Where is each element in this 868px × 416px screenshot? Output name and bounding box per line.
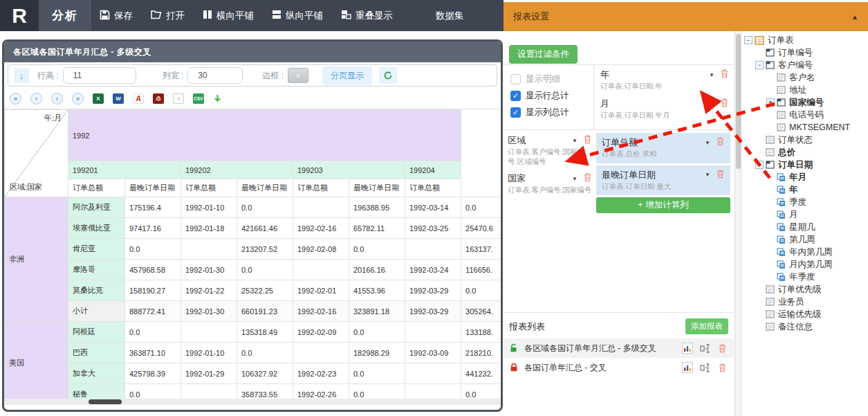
dataset-button[interactable]: 数据集 xyxy=(436,0,464,31)
rename-report-icon[interactable] xyxy=(700,343,711,354)
tree-item[interactable]: −客户编号 xyxy=(755,59,867,71)
report-list-item[interactable]: 各国订单年汇总 - 交叉 xyxy=(504,358,734,377)
tree-item[interactable]: −订单表 xyxy=(744,34,867,46)
chevron-down-icon[interactable]: ▼ xyxy=(705,140,710,146)
datepart-icon xyxy=(777,235,786,244)
checkbox-显示列总计[interactable]: ✓显示列总计 xyxy=(510,104,593,120)
delete-field-icon[interactable] xyxy=(720,69,729,81)
pdf-export-icon[interactable]: A xyxy=(133,93,144,104)
tree-item[interactable]: 年 xyxy=(766,183,867,196)
delete-report-icon[interactable] xyxy=(718,343,727,353)
tree-item[interactable]: 电话号码 xyxy=(766,109,867,121)
add-report-button[interactable]: 添加报表 xyxy=(685,318,728,334)
expand-node-icon[interactable]: + xyxy=(766,98,775,107)
delete-field-icon[interactable] xyxy=(583,172,592,185)
value-cell: 65782.11 xyxy=(349,218,405,239)
tree-item[interactable]: 月内第几周 xyxy=(766,258,867,271)
chart-view-icon[interactable] xyxy=(682,362,693,373)
tree-item[interactable]: 年月 xyxy=(766,171,867,183)
tree-item[interactable]: 业务员 xyxy=(755,296,867,308)
vertical-scrollbar-thumb[interactable] xyxy=(736,34,741,169)
delete-field-icon[interactable] xyxy=(583,134,592,147)
report-list-item[interactable]: 各区域各国订单年月汇总 - 多级交叉 xyxy=(504,338,734,358)
chart-view-icon[interactable] xyxy=(682,343,693,354)
print-icon[interactable]: ⎙ xyxy=(153,93,164,104)
delete-field-icon[interactable] xyxy=(716,169,725,181)
tree-item[interactable]: 星期几 xyxy=(766,221,867,233)
column-field-year[interactable]: 年 ▼ 订单表.订单日期.年 xyxy=(600,69,729,91)
row-field-country[interactable]: 国家 ▼ 订单表.客户编号.国家编号 xyxy=(508,172,592,195)
tree-item[interactable]: 月 xyxy=(766,208,867,221)
tree-item[interactable]: 年内第几周 xyxy=(766,246,867,258)
first-page-icon[interactable]: « xyxy=(10,93,21,105)
tree-item[interactable]: 订单优先级 xyxy=(755,283,867,296)
horizontal-scrollbar-thumb[interactable] xyxy=(89,399,122,404)
field-icon xyxy=(766,310,775,318)
delete-report-icon[interactable] xyxy=(718,363,727,372)
next-page-icon[interactable]: › xyxy=(51,93,63,105)
refresh-button[interactable] xyxy=(379,67,397,84)
tree-item[interactable]: 季度 xyxy=(766,196,867,208)
col-width-input[interactable] xyxy=(187,67,243,84)
prev-page-icon[interactable]: ‹ xyxy=(30,93,42,105)
checkbox-显示行总计[interactable]: ✓显示行总计 xyxy=(510,87,593,104)
tile-vertical-button[interactable]: 纵向平铺 xyxy=(272,10,323,22)
collapse-node-icon[interactable]: − xyxy=(755,61,764,69)
tree-item[interactable]: 地址 xyxy=(766,84,867,96)
tree-item[interactable]: 运输优先级 xyxy=(755,308,867,320)
border-select[interactable]: ˅ xyxy=(288,68,308,83)
vertical-scrollbar[interactable] xyxy=(735,31,741,416)
collapse-node-icon[interactable]: − xyxy=(744,36,752,44)
delete-field-icon[interactable] xyxy=(720,98,729,110)
checked-checkbox-icon[interactable]: ✓ xyxy=(510,107,521,118)
last-page-icon[interactable]: » xyxy=(72,93,84,105)
delete-field-icon[interactable] xyxy=(716,136,725,149)
tree-item[interactable]: 客户名 xyxy=(766,71,867,84)
row-height-input[interactable] xyxy=(63,67,136,84)
chevron-down-icon[interactable]: ▼ xyxy=(572,176,578,182)
collapse-panel-icon[interactable]: ▲ xyxy=(851,13,858,21)
tree-item[interactable]: 订单状态 xyxy=(755,134,867,146)
save-button[interactable]: 保存 xyxy=(100,10,133,22)
chevron-down-icon[interactable]: ▼ xyxy=(709,100,714,107)
tree-item[interactable]: 订单编号 xyxy=(755,46,867,59)
measure-field-order-total[interactable]: 订单总额 ▼ 订单表.总价 求和 xyxy=(596,133,730,163)
value-cell: 133188. xyxy=(461,322,501,343)
checkbox-显示明细[interactable]: 显示明细 xyxy=(510,71,593,87)
value-cell: 0.0 xyxy=(461,197,501,218)
chevron-down-icon[interactable]: ▼ xyxy=(572,138,578,144)
excel-export-icon[interactable]: X xyxy=(93,93,104,104)
collapse-node-icon[interactable]: − xyxy=(755,161,764,169)
download-icon[interactable] xyxy=(213,94,222,104)
tree-item[interactable]: 备注信息 xyxy=(755,320,867,333)
doc-export-icon[interactable]: ≡ xyxy=(173,93,184,104)
column-field-month[interactable]: 月 ▼ 订单表.订单日期.年月 xyxy=(600,98,729,120)
rename-report-icon[interactable] xyxy=(700,363,711,373)
tab-analysis[interactable]: 分析 xyxy=(39,0,91,31)
report-name[interactable]: 各区域各国订单年月汇总 - 多级交叉 xyxy=(524,343,675,354)
set-filter-button[interactable]: 设置过滤条件 xyxy=(509,45,578,64)
tile-horizontal-button[interactable]: 横向平铺 xyxy=(203,10,254,22)
add-calc-column-button[interactable]: + 增加计算列 xyxy=(596,197,730,213)
horizontal-scrollbar[interactable] xyxy=(4,399,501,405)
chevron-down-icon[interactable]: ▼ xyxy=(705,172,710,178)
word-export-icon[interactable]: W xyxy=(113,93,124,104)
chevron-down-icon[interactable]: ▼ xyxy=(709,72,714,78)
tree-item[interactable]: +国家编号 xyxy=(766,96,867,109)
unchecked-checkbox-icon[interactable] xyxy=(510,74,521,84)
report-name[interactable]: 各国订单年汇总 - 交叉 xyxy=(524,362,675,374)
row-field-region[interactable]: 区域 ▼ 订单表.客户编号.国家编号.区域编号 xyxy=(508,134,592,166)
tree-item[interactable]: −订单日期 xyxy=(755,159,867,171)
measure-field-latest-date[interactable]: 最晚订单日期 ▼ 订单表.订单日期 最大 xyxy=(596,165,730,196)
paging-button[interactable]: 分页显示 xyxy=(322,66,372,85)
csv-export-icon[interactable]: CSV xyxy=(193,93,204,104)
cascade-windows-button[interactable]: 重叠显示 xyxy=(341,10,393,22)
collapse-controls-icon[interactable]: ↓ xyxy=(14,68,29,83)
tree-item[interactable]: MKTSEGMENT xyxy=(766,121,867,134)
field-label: 最晚订单日期 xyxy=(602,169,705,181)
open-folder-button[interactable]: 打开 xyxy=(151,10,185,22)
checked-checkbox-icon[interactable]: ✓ xyxy=(510,91,521,101)
tree-item[interactable]: 总价 xyxy=(755,146,867,159)
tree-item[interactable]: 年季度 xyxy=(766,271,867,283)
tree-item[interactable]: 第几周 xyxy=(766,233,867,246)
